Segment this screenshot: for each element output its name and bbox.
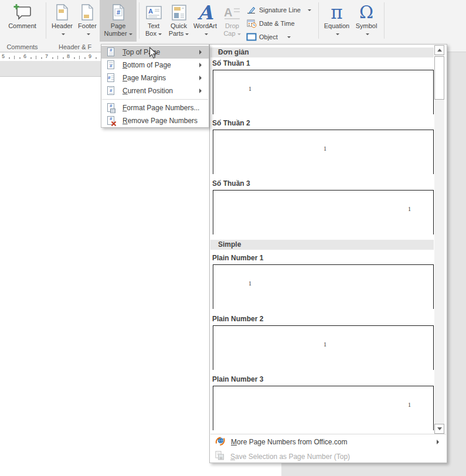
gallery-item-label: Số Thuần 2 [212,118,250,128]
preview-page-number: 1 [408,206,411,212]
svg-text:A: A [224,6,232,19]
text-box-button[interactable]: A Text Box [141,0,166,42]
gallery-item-preview: 1 [213,70,434,114]
gallery-item-preview: 1 [213,386,434,430]
symbol-label: Symbol [352,22,380,30]
submenu-arrow-icon [437,440,441,444]
office-com-icon [215,436,225,447]
gallery-item-plain-number-1[interactable]: Plain Number 1 1 [210,253,434,311]
text-box-dropdown-arrow-icon [158,33,162,37]
object-button[interactable]: Object [246,30,322,43]
scrollbar-up-button[interactable] [434,45,444,55]
current-position-icon: # [106,86,115,96]
gallery-item-so-thuan-2[interactable]: Số Thuần 2 1 [210,118,434,176]
menu-item-label: Page Margins [123,74,166,82]
footer-dropdown-arrow-icon [87,33,90,37]
wordart-button[interactable]: A WordArt [192,0,219,42]
text-box-icon: A [141,0,166,22]
drop-cap-label-2: Cap [223,30,235,37]
menu-item-label: Bottom of Page [123,61,171,69]
comment-button[interactable]: Comment [4,0,41,42]
gallery-scrollbar[interactable] [434,45,444,434]
wordart-label: WordArt [192,22,219,30]
scroll-up-arrow-icon [437,46,442,52]
date-time-icon [246,19,257,28]
menu-separator [102,99,208,100]
object-icon [246,32,257,42]
quick-parts-icon [166,0,191,22]
menu-item-label: Current Position [123,87,173,95]
gallery-item-plain-number-2[interactable]: Plain Number 2 1 [210,314,434,372]
wordart-dropdown-arrow-icon [205,33,208,37]
menu-item-label: Format Page Numbers... [123,104,199,112]
page-number-dropdown-arrow-icon [129,33,132,37]
gallery-section-header: Simple [210,240,434,250]
preview-page-number: 1 [249,86,251,92]
page-margins-icon: # [106,73,115,83]
page-number-label-1: Page [100,22,137,30]
quick-parts-button[interactable]: Quick Parts [166,0,191,42]
header-button[interactable]: Header [49,0,75,42]
gallery-item-label: Plain Number 1 [212,253,263,263]
page-number-top-icon: # [106,47,115,57]
header-label: Header [49,22,75,30]
gallery-item-label: Số Thuần 3 [212,179,250,188]
menu-item-format-page-numbers[interactable]: # Format Page Numbers... [101,101,209,114]
page-number-gallery: Đơn giản Số Thuần 1 1 Số Thuần 2 1 Số Th… [209,44,447,463]
header-footer-group-label: Header & F [59,43,91,51]
drop-cap-icon: A [220,0,244,22]
object-label: Object [259,33,278,40]
drop-cap-button: A Drop Cap [220,0,244,42]
equation-button[interactable]: π Equation [322,0,352,42]
svg-text:A: A [148,8,153,15]
page-number-button[interactable]: # Page Number [100,0,137,42]
gallery-item-label: Plain Number 3 [212,375,263,384]
more-page-numbers-item[interactable]: More Page Numbers from Office.com [210,434,446,449]
text-box-label-1: Text [141,22,166,30]
menu-item-current-position[interactable]: # Current Position [101,84,209,97]
gallery-item-label: Số Thuần 1 [212,59,250,68]
gallery-item-preview: 1 [213,264,434,309]
drop-cap-dropdown-arrow-icon [237,33,241,37]
svg-text:#: # [116,9,120,16]
signature-line-icon [246,5,257,15]
page-number-bottom-icon: # [106,60,115,70]
footer-button[interactable]: Footer [75,0,100,42]
comment-icon [4,0,41,22]
format-page-numbers-icon: # [106,103,115,113]
gallery-item-preview: 1 [213,130,434,174]
object-dropdown-arrow-icon [287,36,291,40]
quick-parts-label-1: Quick [166,22,191,30]
menu-item-page-margins[interactable]: # Page Margins [101,72,209,84]
submenu-arrow-icon [199,76,204,80]
header-dropdown-arrow-icon [62,33,65,37]
quick-parts-label-2: Parts [169,30,184,37]
group-separator [139,2,140,39]
mouse-cursor [149,47,158,62]
gallery-item-preview: 1 [213,325,434,370]
footer-item-label: Save Selection as Page Number (Top) [230,453,350,461]
submenu-arrow-icon [199,50,204,55]
date-time-label: Date & Time [259,20,295,27]
page-number-icon: # [100,0,137,22]
horizontal-ruler[interactable]: 56789 [0,53,101,61]
menu-item-remove-page-numbers[interactable]: # Remove Page Numbers [101,114,209,127]
symbol-icon: Ω [352,0,380,22]
date-time-button[interactable]: Date & Time [246,17,322,29]
gallery-item-so-thuan-3[interactable]: Số Thuần 3 1 [210,179,434,236]
text-box-label-2: Box [145,30,157,37]
signature-line-button[interactable]: Signature Line [246,4,322,16]
save-selection-item: Save Selection as Page Number (Top) [210,449,446,464]
gallery-item-label: Plain Number 2 [212,314,263,324]
preview-page-number: 1 [324,145,326,152]
page-number-label-2: Number [104,30,127,37]
gallery-item-so-thuan-1[interactable]: Số Thuần 1 1 [210,59,434,116]
submenu-arrow-icon [199,63,204,67]
scrollbar-down-button[interactable] [434,424,444,434]
scrollbar-thumb[interactable] [434,56,444,100]
gallery-item-plain-number-3[interactable]: Plain Number 3 1 [210,375,434,432]
comment-label: Comment [4,22,41,30]
header-icon [49,0,75,22]
footer-icon [75,0,100,22]
symbol-button[interactable]: Ω Symbol [352,0,380,42]
